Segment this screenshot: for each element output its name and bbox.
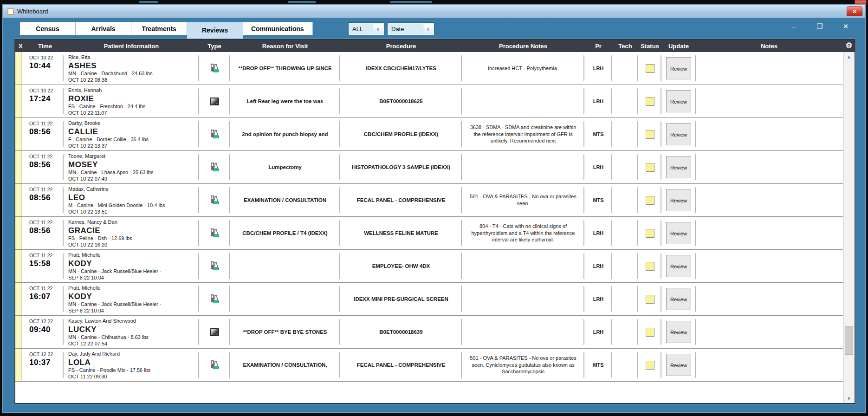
row-status-cell [638, 118, 661, 150]
table-row[interactable]: OCT 10 22 17:24 Ennis, Hannah ROXIE FS -… [15, 85, 843, 118]
lab-test-icon [209, 228, 220, 238]
column-header-pr[interactable]: Pr [584, 43, 612, 50]
titlebar-close-button[interactable]: ✕ [847, 6, 862, 16]
review-button[interactable]: Review [666, 90, 691, 112]
tab-reviews[interactable]: Reviews [187, 22, 243, 38]
row-provider-cell: LRH [584, 52, 612, 84]
filter-all-dropdown[interactable]: ALL ∨ [349, 23, 384, 35]
row-select-cell[interactable] [15, 118, 26, 150]
chevron-down-icon[interactable]: ∨ [423, 24, 433, 34]
review-button[interactable]: Review [666, 321, 691, 343]
titlebar[interactable]: Whiteboard ✕ [3, 5, 865, 18]
row-procedure-cell: B0ET0000018625 [340, 85, 462, 117]
column-header-procedure-notes[interactable]: Procedure Notes [462, 43, 584, 50]
row-reason-cell [230, 283, 340, 315]
patient-details: M - Canine - Mini Golden Doodle - 10.4 l… [68, 202, 165, 209]
review-button[interactable]: Review [666, 255, 691, 277]
provider-code: LRH [593, 98, 604, 104]
row-select-cell[interactable] [15, 316, 26, 348]
column-header-time[interactable]: Time [26, 43, 64, 50]
row-select-cell[interactable] [15, 151, 26, 183]
patient-name: GRACIE [68, 226, 100, 235]
visit-time: 15:58 [29, 259, 51, 268]
column-header-update[interactable]: Update [661, 43, 696, 50]
column-header-procedure[interactable]: Procedure [340, 43, 462, 50]
table-row[interactable]: OCT 11 22 15:58 Pratt, Michelle KODY MN … [15, 250, 843, 283]
table-row[interactable]: OCT 12 22 10:37 Day, Judy And Richard LO… [15, 349, 843, 382]
review-button[interactable]: Review [666, 354, 691, 376]
table-header: X Time Patient Information Type Reason f… [15, 40, 855, 52]
row-select-cell[interactable] [15, 85, 26, 117]
window-controls: – ❒ ✕ [789, 22, 851, 31]
row-select-cell[interactable] [15, 184, 26, 216]
status-indicator[interactable] [646, 328, 654, 337]
row-select-cell[interactable] [15, 283, 26, 315]
provider-code: LRH [593, 263, 604, 269]
patient-details: F - Canine - Border Collie - 35.4 lbs [68, 136, 149, 143]
row-select-cell[interactable] [15, 217, 26, 249]
scroll-up-icon[interactable]: ∧ [843, 53, 855, 61]
column-header-type[interactable]: Type [199, 43, 230, 50]
procedure-notes-text: 3638 - SDMA - SDMA and creatinine are wi… [462, 124, 584, 145]
table-row[interactable]: OCT 11 22 08:56 Karnes, Nancy & Dan GRAC… [15, 217, 843, 250]
status-indicator[interactable] [646, 262, 654, 271]
chevron-down-icon[interactable]: ∨ [373, 24, 383, 34]
row-notes-cell [696, 118, 843, 150]
status-indicator[interactable] [646, 295, 654, 304]
table-row[interactable]: OCT 12 22 09:40 Kasey, Lawton And Sherwo… [15, 316, 843, 349]
gear-icon[interactable]: ⚙ [846, 41, 852, 50]
row-provider-cell: LRH [584, 151, 612, 183]
provider-code: LRH [593, 329, 604, 335]
column-header-tech[interactable]: Tech [612, 43, 638, 50]
row-time-cell: OCT 11 22 08:56 [26, 217, 64, 249]
table-row[interactable]: OCT 11 22 16:07 Pratt, Michelle KODY MN … [15, 283, 843, 316]
table-row[interactable]: OCT 11 22 08:56 Darby, Brooke CALLIE F -… [15, 118, 843, 151]
status-indicator[interactable] [646, 64, 654, 73]
maximize-button[interactable]: ❒ [815, 22, 825, 31]
table-row[interactable]: OCT 11 22 08:56 Toone, Margaret MOSEY MN… [15, 151, 843, 184]
scroll-down-icon[interactable]: ∨ [843, 394, 855, 402]
row-tech-cell [612, 52, 638, 84]
table-row[interactable]: OCT 10 22 10:44 Rice, Etta ASHES MN - Ca… [15, 52, 843, 85]
row-update-cell: Review [661, 184, 696, 216]
row-procedure-notes-cell: 3638 - SDMA - SDMA and creatinine are wi… [462, 118, 584, 150]
status-indicator[interactable] [646, 196, 654, 205]
tab-census[interactable]: Census [20, 22, 76, 35]
review-button[interactable]: Review [666, 156, 691, 178]
close-button[interactable]: ✕ [841, 22, 851, 31]
row-select-cell[interactable] [15, 52, 26, 84]
review-button[interactable]: Review [666, 123, 691, 145]
checkin-datetime: OCT 11 22 09:30 [68, 374, 107, 380]
patient-details: MN - Canine - Chihuahua - 8.63 lbs [68, 334, 149, 341]
tab-arrivals[interactable]: Arrivals [76, 22, 131, 35]
tab-treatments[interactable]: Treatments [131, 22, 187, 35]
table-row[interactable]: OCT 11 22 08:56 Mattax, Catherine LEO M … [15, 184, 843, 217]
column-header-patient-info[interactable]: Patient Information [64, 43, 199, 50]
owner-name: Kasey, Lawton And Sherwood [68, 318, 136, 325]
checkin-datetime: OCT 10 22 08:38 [68, 77, 107, 84]
reason-text: Left Rear leg were the toe was [243, 98, 327, 104]
row-highlight-strip [15, 250, 22, 282]
column-header-reason[interactable]: Reason for Visit [230, 43, 340, 50]
status-indicator[interactable] [646, 163, 654, 172]
vertical-scrollbar[interactable]: ∧ ∨ [843, 52, 855, 403]
review-button[interactable]: Review [666, 288, 691, 310]
filter-date-dropdown[interactable]: Date ∨ [388, 23, 434, 35]
status-indicator[interactable] [646, 97, 654, 106]
row-select-cell[interactable] [15, 349, 26, 381]
column-header-x[interactable]: X [15, 43, 26, 50]
minimize-button[interactable]: – [789, 22, 799, 31]
row-select-cell[interactable] [15, 250, 26, 282]
review-button[interactable]: Review [666, 222, 691, 244]
review-button[interactable]: Review [666, 57, 691, 79]
status-indicator[interactable] [646, 361, 654, 370]
column-header-status[interactable]: Status [638, 43, 661, 50]
tab-communications[interactable]: Communications [243, 22, 313, 35]
review-button[interactable]: Review [666, 189, 691, 211]
status-indicator[interactable] [646, 130, 654, 139]
row-notes-cell [696, 151, 843, 183]
scrollbar-thumb[interactable] [845, 326, 853, 355]
status-indicator[interactable] [646, 229, 654, 238]
column-header-notes[interactable]: Notes [696, 43, 842, 50]
row-patient-cell: Day, Judy And Richard LOLA FS - Canine -… [64, 349, 199, 381]
